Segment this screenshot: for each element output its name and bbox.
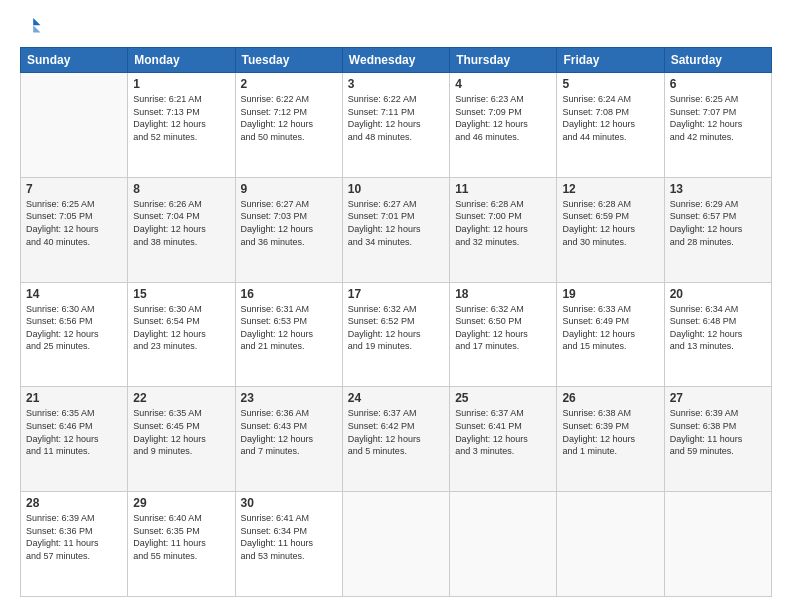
day-info: Sunrise: 6:24 AM Sunset: 7:08 PM Dayligh… bbox=[562, 93, 658, 143]
weekday-header-tuesday: Tuesday bbox=[235, 48, 342, 73]
day-number: 12 bbox=[562, 182, 658, 196]
day-number: 6 bbox=[670, 77, 766, 91]
header bbox=[20, 15, 772, 37]
calendar-day-cell: 18Sunrise: 6:32 AM Sunset: 6:50 PM Dayli… bbox=[450, 282, 557, 387]
day-number: 1 bbox=[133, 77, 229, 91]
day-number: 2 bbox=[241, 77, 337, 91]
calendar-day-cell: 6Sunrise: 6:25 AM Sunset: 7:07 PM Daylig… bbox=[664, 73, 771, 178]
day-info: Sunrise: 6:31 AM Sunset: 6:53 PM Dayligh… bbox=[241, 303, 337, 353]
calendar-day-cell: 28Sunrise: 6:39 AM Sunset: 6:36 PM Dayli… bbox=[21, 492, 128, 597]
svg-marker-1 bbox=[33, 25, 40, 32]
svg-marker-0 bbox=[33, 18, 40, 25]
day-number: 7 bbox=[26, 182, 122, 196]
day-info: Sunrise: 6:22 AM Sunset: 7:11 PM Dayligh… bbox=[348, 93, 444, 143]
day-number: 14 bbox=[26, 287, 122, 301]
day-number: 19 bbox=[562, 287, 658, 301]
day-number: 13 bbox=[670, 182, 766, 196]
day-number: 25 bbox=[455, 391, 551, 405]
weekday-header-thursday: Thursday bbox=[450, 48, 557, 73]
day-number: 10 bbox=[348, 182, 444, 196]
day-number: 11 bbox=[455, 182, 551, 196]
day-number: 5 bbox=[562, 77, 658, 91]
day-number: 26 bbox=[562, 391, 658, 405]
day-info: Sunrise: 6:33 AM Sunset: 6:49 PM Dayligh… bbox=[562, 303, 658, 353]
calendar-day-cell: 26Sunrise: 6:38 AM Sunset: 6:39 PM Dayli… bbox=[557, 387, 664, 492]
calendar-week-row: 14Sunrise: 6:30 AM Sunset: 6:56 PM Dayli… bbox=[21, 282, 772, 387]
day-info: Sunrise: 6:30 AM Sunset: 6:54 PM Dayligh… bbox=[133, 303, 229, 353]
day-info: Sunrise: 6:27 AM Sunset: 7:03 PM Dayligh… bbox=[241, 198, 337, 248]
day-info: Sunrise: 6:37 AM Sunset: 6:42 PM Dayligh… bbox=[348, 407, 444, 457]
calendar-day-cell: 7Sunrise: 6:25 AM Sunset: 7:05 PM Daylig… bbox=[21, 177, 128, 282]
calendar-day-cell: 4Sunrise: 6:23 AM Sunset: 7:09 PM Daylig… bbox=[450, 73, 557, 178]
day-number: 18 bbox=[455, 287, 551, 301]
day-info: Sunrise: 6:41 AM Sunset: 6:34 PM Dayligh… bbox=[241, 512, 337, 562]
day-number: 30 bbox=[241, 496, 337, 510]
calendar-day-cell: 29Sunrise: 6:40 AM Sunset: 6:35 PM Dayli… bbox=[128, 492, 235, 597]
logo bbox=[20, 15, 46, 37]
day-info: Sunrise: 6:32 AM Sunset: 6:52 PM Dayligh… bbox=[348, 303, 444, 353]
day-number: 8 bbox=[133, 182, 229, 196]
calendar-day-cell: 12Sunrise: 6:28 AM Sunset: 6:59 PM Dayli… bbox=[557, 177, 664, 282]
day-number: 29 bbox=[133, 496, 229, 510]
calendar-day-cell: 23Sunrise: 6:36 AM Sunset: 6:43 PM Dayli… bbox=[235, 387, 342, 492]
day-info: Sunrise: 6:34 AM Sunset: 6:48 PM Dayligh… bbox=[670, 303, 766, 353]
day-number: 21 bbox=[26, 391, 122, 405]
calendar-day-cell: 8Sunrise: 6:26 AM Sunset: 7:04 PM Daylig… bbox=[128, 177, 235, 282]
weekday-header-saturday: Saturday bbox=[664, 48, 771, 73]
day-number: 27 bbox=[670, 391, 766, 405]
calendar-day-cell: 10Sunrise: 6:27 AM Sunset: 7:01 PM Dayli… bbox=[342, 177, 449, 282]
day-info: Sunrise: 6:23 AM Sunset: 7:09 PM Dayligh… bbox=[455, 93, 551, 143]
calendar-table: SundayMondayTuesdayWednesdayThursdayFrid… bbox=[20, 47, 772, 597]
calendar-day-cell: 13Sunrise: 6:29 AM Sunset: 6:57 PM Dayli… bbox=[664, 177, 771, 282]
weekday-header-monday: Monday bbox=[128, 48, 235, 73]
day-number: 17 bbox=[348, 287, 444, 301]
calendar-day-cell: 17Sunrise: 6:32 AM Sunset: 6:52 PM Dayli… bbox=[342, 282, 449, 387]
day-number: 4 bbox=[455, 77, 551, 91]
day-info: Sunrise: 6:28 AM Sunset: 7:00 PM Dayligh… bbox=[455, 198, 551, 248]
calendar-empty-cell bbox=[342, 492, 449, 597]
day-info: Sunrise: 6:35 AM Sunset: 6:46 PM Dayligh… bbox=[26, 407, 122, 457]
day-number: 15 bbox=[133, 287, 229, 301]
day-info: Sunrise: 6:32 AM Sunset: 6:50 PM Dayligh… bbox=[455, 303, 551, 353]
day-info: Sunrise: 6:25 AM Sunset: 7:07 PM Dayligh… bbox=[670, 93, 766, 143]
day-number: 3 bbox=[348, 77, 444, 91]
day-info: Sunrise: 6:37 AM Sunset: 6:41 PM Dayligh… bbox=[455, 407, 551, 457]
weekday-header-row: SundayMondayTuesdayWednesdayThursdayFrid… bbox=[21, 48, 772, 73]
calendar-day-cell: 27Sunrise: 6:39 AM Sunset: 6:38 PM Dayli… bbox=[664, 387, 771, 492]
calendar-week-row: 21Sunrise: 6:35 AM Sunset: 6:46 PM Dayli… bbox=[21, 387, 772, 492]
day-number: 24 bbox=[348, 391, 444, 405]
calendar-day-cell: 15Sunrise: 6:30 AM Sunset: 6:54 PM Dayli… bbox=[128, 282, 235, 387]
calendar-day-cell: 21Sunrise: 6:35 AM Sunset: 6:46 PM Dayli… bbox=[21, 387, 128, 492]
calendar-day-cell: 24Sunrise: 6:37 AM Sunset: 6:42 PM Dayli… bbox=[342, 387, 449, 492]
day-info: Sunrise: 6:21 AM Sunset: 7:13 PM Dayligh… bbox=[133, 93, 229, 143]
calendar-day-cell: 9Sunrise: 6:27 AM Sunset: 7:03 PM Daylig… bbox=[235, 177, 342, 282]
day-info: Sunrise: 6:36 AM Sunset: 6:43 PM Dayligh… bbox=[241, 407, 337, 457]
day-number: 9 bbox=[241, 182, 337, 196]
calendar-week-row: 28Sunrise: 6:39 AM Sunset: 6:36 PM Dayli… bbox=[21, 492, 772, 597]
day-number: 22 bbox=[133, 391, 229, 405]
calendar-week-row: 7Sunrise: 6:25 AM Sunset: 7:05 PM Daylig… bbox=[21, 177, 772, 282]
calendar-day-cell: 19Sunrise: 6:33 AM Sunset: 6:49 PM Dayli… bbox=[557, 282, 664, 387]
day-info: Sunrise: 6:26 AM Sunset: 7:04 PM Dayligh… bbox=[133, 198, 229, 248]
calendar-empty-cell bbox=[664, 492, 771, 597]
weekday-header-friday: Friday bbox=[557, 48, 664, 73]
day-number: 16 bbox=[241, 287, 337, 301]
day-number: 20 bbox=[670, 287, 766, 301]
day-info: Sunrise: 6:27 AM Sunset: 7:01 PM Dayligh… bbox=[348, 198, 444, 248]
calendar-empty-cell bbox=[450, 492, 557, 597]
calendar-day-cell: 14Sunrise: 6:30 AM Sunset: 6:56 PM Dayli… bbox=[21, 282, 128, 387]
calendar-day-cell: 16Sunrise: 6:31 AM Sunset: 6:53 PM Dayli… bbox=[235, 282, 342, 387]
weekday-header-sunday: Sunday bbox=[21, 48, 128, 73]
calendar-day-cell: 3Sunrise: 6:22 AM Sunset: 7:11 PM Daylig… bbox=[342, 73, 449, 178]
page: SundayMondayTuesdayWednesdayThursdayFrid… bbox=[0, 0, 792, 612]
calendar-empty-cell bbox=[557, 492, 664, 597]
logo-icon bbox=[20, 15, 42, 37]
day-info: Sunrise: 6:38 AM Sunset: 6:39 PM Dayligh… bbox=[562, 407, 658, 457]
calendar-day-cell: 20Sunrise: 6:34 AM Sunset: 6:48 PM Dayli… bbox=[664, 282, 771, 387]
day-info: Sunrise: 6:28 AM Sunset: 6:59 PM Dayligh… bbox=[562, 198, 658, 248]
calendar-day-cell: 30Sunrise: 6:41 AM Sunset: 6:34 PM Dayli… bbox=[235, 492, 342, 597]
day-info: Sunrise: 6:39 AM Sunset: 6:36 PM Dayligh… bbox=[26, 512, 122, 562]
calendar-day-cell: 11Sunrise: 6:28 AM Sunset: 7:00 PM Dayli… bbox=[450, 177, 557, 282]
calendar-day-cell: 5Sunrise: 6:24 AM Sunset: 7:08 PM Daylig… bbox=[557, 73, 664, 178]
calendar-day-cell: 22Sunrise: 6:35 AM Sunset: 6:45 PM Dayli… bbox=[128, 387, 235, 492]
